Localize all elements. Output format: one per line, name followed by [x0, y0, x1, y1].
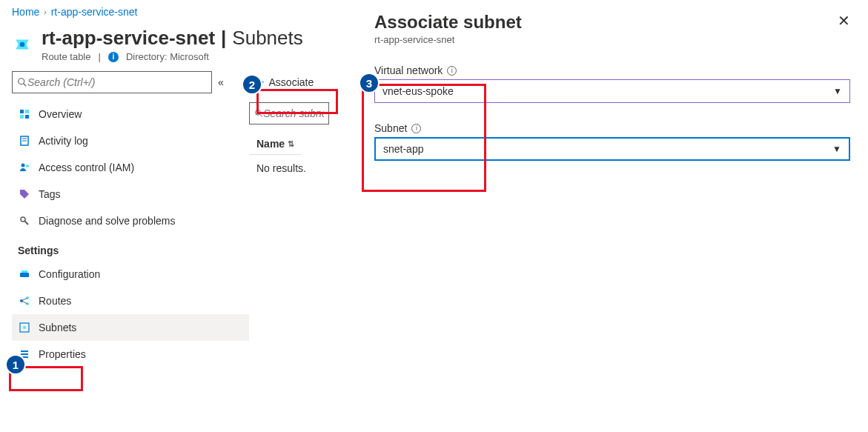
sidebar-item-access-control[interactable]: Access control (IAM) [12, 154, 249, 181]
svg-point-1 [19, 79, 24, 84]
subnets-icon [18, 321, 31, 334]
column-header-name[interactable]: Name ⇅ [249, 133, 302, 155]
svg-rect-14 [20, 273, 29, 277]
svg-rect-5 [20, 115, 24, 119]
svg-line-19 [21, 298, 27, 301]
sidebar-item-label: Configuration [39, 268, 100, 280]
breadcrumb-home[interactable]: Home [12, 6, 39, 18]
sidebar-item-diagnose[interactable]: Diagnose and solve problems [12, 207, 249, 234]
vnet-label: Virtual network [374, 64, 443, 76]
sidebar-item-label: Diagnose and solve problems [39, 215, 175, 227]
svg-line-2 [24, 84, 27, 87]
sidebar-item-label: Access control (IAM) [39, 162, 134, 173]
sidebar-section-settings: Settings [12, 234, 249, 261]
svg-point-10 [21, 164, 25, 167]
svg-point-22 [23, 326, 26, 329]
info-icon[interactable]: i [447, 66, 457, 76]
sidebar-item-tags[interactable]: Tags [12, 181, 249, 207]
search-icon [254, 108, 263, 119]
sidebar-item-label: Subnets [39, 322, 76, 333]
sidebar-search[interactable] [12, 71, 212, 93]
sidebar-item-subnets[interactable]: Subnets [12, 314, 249, 341]
subnets-search-input[interactable] [263, 107, 324, 119]
callout-3: 3 [359, 73, 380, 93]
vnet-value: vnet-eus-spoke [382, 85, 454, 97]
routes-icon [18, 294, 31, 308]
search-icon [17, 77, 27, 87]
callout-2: 2 [242, 74, 262, 95]
panel-title: Associate subnet [374, 12, 522, 33]
svg-line-13 [24, 221, 28, 225]
resource-type: Route table [42, 51, 91, 62]
sidebar-item-routes[interactable]: Routes [12, 288, 249, 314]
associate-label: Associate [269, 76, 314, 88]
chevron-right-icon: › [44, 8, 46, 16]
sidebar-nav: Overview Activity log Access control (IA… [12, 101, 249, 368]
sidebar-item-configuration[interactable]: Configuration [12, 261, 249, 288]
chevron-down-icon: ▼ [833, 86, 842, 96]
collapse-sidebar-icon[interactable]: « [218, 76, 224, 88]
activity-log-icon [18, 134, 31, 147]
svg-line-27 [260, 115, 262, 117]
svg-rect-6 [25, 115, 29, 119]
svg-rect-4 [25, 110, 29, 113]
sidebar-item-label: Routes [39, 295, 71, 307]
info-icon[interactable]: i [411, 124, 421, 133]
page-section: Subnets [232, 27, 302, 50]
close-icon[interactable]: ✕ [838, 12, 850, 30]
info-icon: i [108, 52, 119, 62]
access-control-icon [18, 161, 31, 174]
sidebar-item-properties[interactable]: Properties [12, 341, 249, 368]
sidebar-search-input[interactable] [27, 76, 207, 88]
svg-rect-15 [21, 270, 27, 273]
vnet-dropdown[interactable]: vnet-eus-spoke ▼ [374, 79, 850, 103]
svg-point-26 [256, 110, 261, 115]
diagnose-icon [18, 214, 31, 227]
sidebar-item-overview[interactable]: Overview [12, 101, 249, 127]
overview-icon [18, 107, 31, 121]
chevron-down-icon: ▼ [832, 144, 841, 154]
sidebar-item-label: Overview [39, 108, 82, 120]
subnet-dropdown[interactable]: snet-app ▼ [374, 137, 850, 161]
configuration-icon [18, 267, 31, 281]
subnet-value: snet-app [383, 143, 423, 155]
panel-subtitle: rt-app-service-snet [374, 34, 522, 45]
subnet-label: Subnet [374, 122, 407, 134]
subnets-search[interactable] [249, 102, 329, 124]
svg-point-0 [20, 42, 25, 47]
page-title: rt-app-service-snet [42, 27, 215, 50]
sidebar-item-activity-log[interactable]: Activity log [12, 127, 249, 154]
svg-point-11 [26, 165, 29, 167]
sidebar-item-label: Activity log [39, 135, 88, 147]
sort-icon: ⇅ [288, 139, 294, 149]
sidebar-item-label: Tags [39, 188, 61, 200]
breadcrumb-resource[interactable]: rt-app-service-snet [51, 6, 138, 18]
svg-rect-3 [20, 110, 24, 113]
sidebar-item-label: Properties [39, 348, 86, 360]
tags-icon [18, 187, 31, 201]
svg-line-20 [21, 301, 27, 304]
route-table-icon [12, 34, 33, 55]
associate-subnet-panel: Associate subnet rt-app-service-snet ✕ V… [357, 0, 868, 432]
callout-1: 1 [5, 354, 26, 375]
